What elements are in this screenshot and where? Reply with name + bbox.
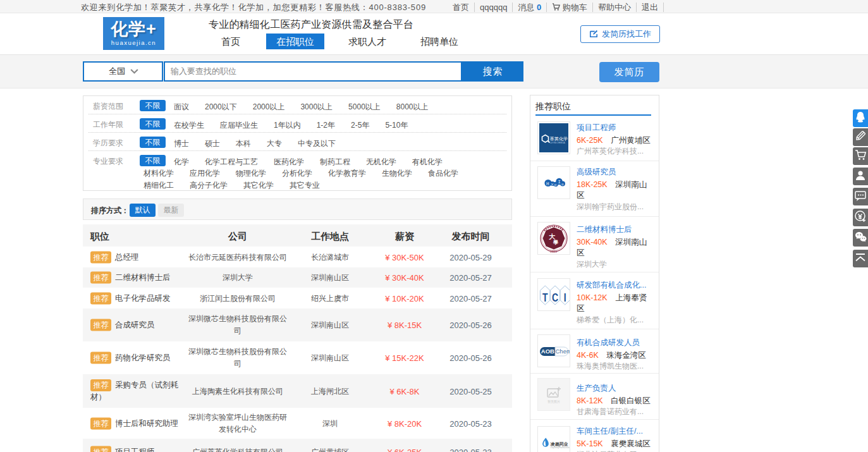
svg-text:學: 學	[553, 240, 558, 245]
svg-text:o: o	[561, 182, 564, 186]
svg-text:萃英化学: 萃英化学	[550, 136, 568, 142]
svg-text:C: C	[552, 291, 558, 303]
svg-text:H: H	[546, 181, 549, 186]
svg-text:·1983·: ·1983·	[549, 250, 558, 253]
svg-text:LingShengPharmaceutical: LingShengPharmaceutical	[551, 446, 570, 449]
svg-text:AOB: AOB	[541, 348, 554, 355]
svg-text:I: I	[558, 179, 561, 185]
svg-text:v: v	[551, 182, 554, 186]
svg-text:p: p	[554, 183, 557, 187]
svg-text:T: T	[542, 291, 548, 303]
svg-text:暂无图片: 暂无图片	[547, 400, 560, 404]
svg-text:I: I	[564, 291, 566, 303]
svg-text:CUIYING CHEMICAL: CUIYING CHEMICAL	[550, 142, 566, 144]
svg-text:Chem: Chem	[556, 348, 570, 355]
